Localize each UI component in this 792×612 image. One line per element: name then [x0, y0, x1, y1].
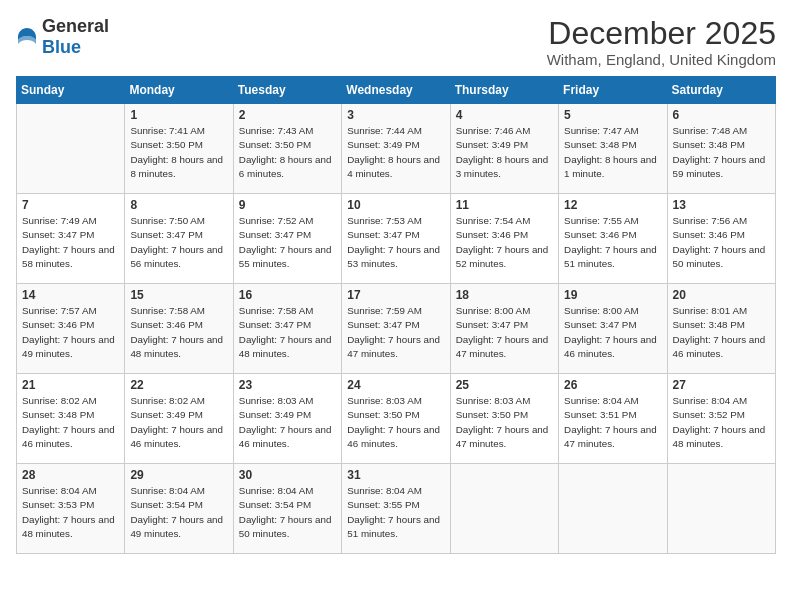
calendar-cell [450, 464, 558, 554]
calendar-cell: 5Sunrise: 7:47 AMSunset: 3:48 PMDaylight… [559, 104, 667, 194]
day-number: 2 [239, 108, 336, 122]
calendar-cell [667, 464, 775, 554]
day-number: 18 [456, 288, 553, 302]
calendar-cell: 8Sunrise: 7:50 AMSunset: 3:47 PMDaylight… [125, 194, 233, 284]
day-number: 25 [456, 378, 553, 392]
calendar-week-row: 1Sunrise: 7:41 AMSunset: 3:50 PMDaylight… [17, 104, 776, 194]
day-number: 5 [564, 108, 661, 122]
day-number: 29 [130, 468, 227, 482]
logo-icon [16, 26, 38, 48]
day-info: Sunrise: 7:56 AMSunset: 3:46 PMDaylight:… [673, 214, 770, 271]
calendar-table: SundayMondayTuesdayWednesdayThursdayFrid… [16, 76, 776, 554]
day-number: 13 [673, 198, 770, 212]
weekday-header-cell: Sunday [17, 77, 125, 104]
day-number: 7 [22, 198, 119, 212]
page-header: General Blue December 2025 Witham, Engla… [16, 16, 776, 68]
calendar-body: 1Sunrise: 7:41 AMSunset: 3:50 PMDaylight… [17, 104, 776, 554]
day-info: Sunrise: 7:58 AMSunset: 3:47 PMDaylight:… [239, 304, 336, 361]
calendar-cell: 11Sunrise: 7:54 AMSunset: 3:46 PMDayligh… [450, 194, 558, 284]
calendar-cell: 26Sunrise: 8:04 AMSunset: 3:51 PMDayligh… [559, 374, 667, 464]
day-info: Sunrise: 7:58 AMSunset: 3:46 PMDaylight:… [130, 304, 227, 361]
day-number: 8 [130, 198, 227, 212]
day-info: Sunrise: 8:03 AMSunset: 3:50 PMDaylight:… [456, 394, 553, 451]
calendar-cell: 22Sunrise: 8:02 AMSunset: 3:49 PMDayligh… [125, 374, 233, 464]
day-info: Sunrise: 8:00 AMSunset: 3:47 PMDaylight:… [564, 304, 661, 361]
calendar-cell: 23Sunrise: 8:03 AMSunset: 3:49 PMDayligh… [233, 374, 341, 464]
day-info: Sunrise: 7:52 AMSunset: 3:47 PMDaylight:… [239, 214, 336, 271]
day-number: 30 [239, 468, 336, 482]
day-number: 11 [456, 198, 553, 212]
calendar-cell: 17Sunrise: 7:59 AMSunset: 3:47 PMDayligh… [342, 284, 450, 374]
day-info: Sunrise: 7:57 AMSunset: 3:46 PMDaylight:… [22, 304, 119, 361]
title-block: December 2025 Witham, England, United Ki… [547, 16, 776, 68]
calendar-cell: 31Sunrise: 8:04 AMSunset: 3:55 PMDayligh… [342, 464, 450, 554]
calendar-cell: 16Sunrise: 7:58 AMSunset: 3:47 PMDayligh… [233, 284, 341, 374]
day-info: Sunrise: 7:55 AMSunset: 3:46 PMDaylight:… [564, 214, 661, 271]
day-info: Sunrise: 7:54 AMSunset: 3:46 PMDaylight:… [456, 214, 553, 271]
calendar-cell: 29Sunrise: 8:04 AMSunset: 3:54 PMDayligh… [125, 464, 233, 554]
weekday-header-cell: Tuesday [233, 77, 341, 104]
weekday-header-cell: Friday [559, 77, 667, 104]
day-number: 4 [456, 108, 553, 122]
calendar-cell: 9Sunrise: 7:52 AMSunset: 3:47 PMDaylight… [233, 194, 341, 284]
calendar-cell: 2Sunrise: 7:43 AMSunset: 3:50 PMDaylight… [233, 104, 341, 194]
day-info: Sunrise: 7:49 AMSunset: 3:47 PMDaylight:… [22, 214, 119, 271]
calendar-week-row: 14Sunrise: 7:57 AMSunset: 3:46 PMDayligh… [17, 284, 776, 374]
location-title: Witham, England, United Kingdom [547, 51, 776, 68]
calendar-cell: 28Sunrise: 8:04 AMSunset: 3:53 PMDayligh… [17, 464, 125, 554]
day-info: Sunrise: 7:46 AMSunset: 3:49 PMDaylight:… [456, 124, 553, 181]
day-number: 16 [239, 288, 336, 302]
calendar-cell: 25Sunrise: 8:03 AMSunset: 3:50 PMDayligh… [450, 374, 558, 464]
day-info: Sunrise: 7:59 AMSunset: 3:47 PMDaylight:… [347, 304, 444, 361]
day-number: 14 [22, 288, 119, 302]
calendar-week-row: 21Sunrise: 8:02 AMSunset: 3:48 PMDayligh… [17, 374, 776, 464]
day-info: Sunrise: 8:04 AMSunset: 3:55 PMDaylight:… [347, 484, 444, 541]
day-info: Sunrise: 7:43 AMSunset: 3:50 PMDaylight:… [239, 124, 336, 181]
day-number: 17 [347, 288, 444, 302]
day-info: Sunrise: 8:02 AMSunset: 3:49 PMDaylight:… [130, 394, 227, 451]
day-info: Sunrise: 7:44 AMSunset: 3:49 PMDaylight:… [347, 124, 444, 181]
calendar-cell: 30Sunrise: 8:04 AMSunset: 3:54 PMDayligh… [233, 464, 341, 554]
day-number: 15 [130, 288, 227, 302]
weekday-header-cell: Wednesday [342, 77, 450, 104]
day-number: 6 [673, 108, 770, 122]
month-title: December 2025 [547, 16, 776, 51]
calendar-cell: 21Sunrise: 8:02 AMSunset: 3:48 PMDayligh… [17, 374, 125, 464]
day-number: 3 [347, 108, 444, 122]
calendar-cell: 3Sunrise: 7:44 AMSunset: 3:49 PMDaylight… [342, 104, 450, 194]
calendar-cell: 19Sunrise: 8:00 AMSunset: 3:47 PMDayligh… [559, 284, 667, 374]
logo-text: General Blue [42, 16, 109, 58]
calendar-cell: 12Sunrise: 7:55 AMSunset: 3:46 PMDayligh… [559, 194, 667, 284]
calendar-cell [559, 464, 667, 554]
day-info: Sunrise: 7:50 AMSunset: 3:47 PMDaylight:… [130, 214, 227, 271]
day-info: Sunrise: 8:04 AMSunset: 3:51 PMDaylight:… [564, 394, 661, 451]
day-info: Sunrise: 8:00 AMSunset: 3:47 PMDaylight:… [456, 304, 553, 361]
calendar-cell: 27Sunrise: 8:04 AMSunset: 3:52 PMDayligh… [667, 374, 775, 464]
day-number: 20 [673, 288, 770, 302]
day-info: Sunrise: 8:01 AMSunset: 3:48 PMDaylight:… [673, 304, 770, 361]
day-number: 12 [564, 198, 661, 212]
calendar-week-row: 7Sunrise: 7:49 AMSunset: 3:47 PMDaylight… [17, 194, 776, 284]
day-number: 26 [564, 378, 661, 392]
day-info: Sunrise: 7:48 AMSunset: 3:48 PMDaylight:… [673, 124, 770, 181]
day-number: 24 [347, 378, 444, 392]
day-info: Sunrise: 8:02 AMSunset: 3:48 PMDaylight:… [22, 394, 119, 451]
day-info: Sunrise: 8:04 AMSunset: 3:54 PMDaylight:… [130, 484, 227, 541]
calendar-cell: 1Sunrise: 7:41 AMSunset: 3:50 PMDaylight… [125, 104, 233, 194]
day-number: 10 [347, 198, 444, 212]
calendar-cell: 6Sunrise: 7:48 AMSunset: 3:48 PMDaylight… [667, 104, 775, 194]
day-info: Sunrise: 8:03 AMSunset: 3:49 PMDaylight:… [239, 394, 336, 451]
day-number: 19 [564, 288, 661, 302]
day-number: 21 [22, 378, 119, 392]
weekday-header-cell: Monday [125, 77, 233, 104]
calendar-cell: 10Sunrise: 7:53 AMSunset: 3:47 PMDayligh… [342, 194, 450, 284]
calendar-cell: 7Sunrise: 7:49 AMSunset: 3:47 PMDaylight… [17, 194, 125, 284]
calendar-cell: 4Sunrise: 7:46 AMSunset: 3:49 PMDaylight… [450, 104, 558, 194]
day-number: 28 [22, 468, 119, 482]
weekday-header-cell: Saturday [667, 77, 775, 104]
day-info: Sunrise: 8:04 AMSunset: 3:52 PMDaylight:… [673, 394, 770, 451]
calendar-cell: 13Sunrise: 7:56 AMSunset: 3:46 PMDayligh… [667, 194, 775, 284]
calendar-cell [17, 104, 125, 194]
day-info: Sunrise: 7:47 AMSunset: 3:48 PMDaylight:… [564, 124, 661, 181]
logo: General Blue [16, 16, 109, 58]
